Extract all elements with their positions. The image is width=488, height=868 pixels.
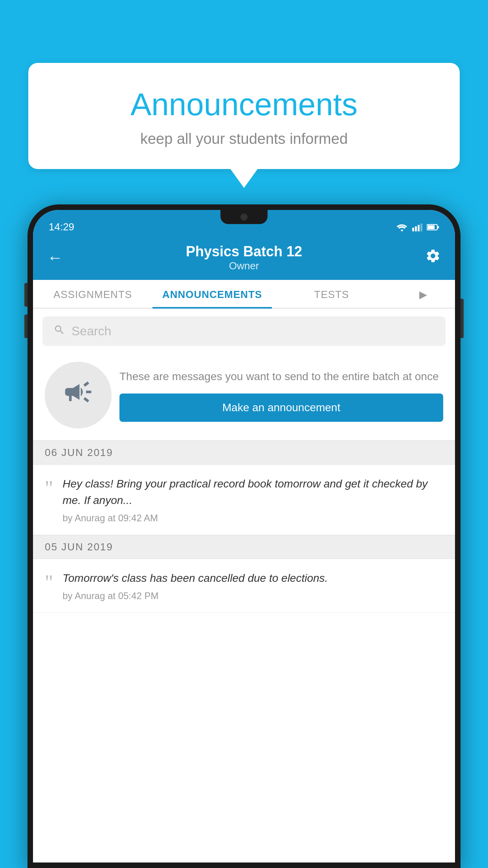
search-placeholder: Search [72, 324, 111, 338]
svg-rect-5 [427, 225, 435, 229]
settings-button[interactable] [425, 248, 441, 267]
tab-announcements[interactable]: ANNOUNCEMENTS [152, 280, 272, 308]
date-separator-1: 06 JUN 2019 [33, 441, 455, 465]
header-title-block: Physics Batch 12 Owner [186, 243, 302, 272]
date-separator-2: 05 JUN 2019 [33, 535, 455, 559]
announcement-content-1: Hey class! Bring your practical record b… [62, 476, 443, 524]
megaphone-icon [62, 376, 94, 414]
tab-bar: ASSIGNMENTS ANNOUNCEMENTS TESTS ▶ [33, 280, 455, 309]
make-announcement-button[interactable]: Make an announcement [119, 394, 443, 422]
svg-rect-1 [415, 226, 417, 231]
announcement-text-2: Tomorrow's class has been cancelled due … [62, 570, 443, 587]
svg-rect-2 [418, 225, 420, 231]
announcement-item-2[interactable]: " Tomorrow's class has been cancelled du… [33, 559, 455, 613]
phone-screen: 14:29 [33, 210, 455, 862]
search-icon [53, 324, 65, 339]
quote-icon-2: " [45, 572, 53, 593]
bubble-subtitle: keep all your students informed [48, 131, 440, 147]
header-subtitle: Owner [186, 260, 302, 272]
tab-assignments[interactable]: ASSIGNMENTS [33, 280, 152, 308]
header-title: Physics Batch 12 [186, 243, 302, 260]
gear-icon [425, 248, 441, 264]
app-header: ← Physics Batch 12 Owner [33, 237, 455, 280]
power-button [460, 299, 464, 338]
bubble-title: Announcements [48, 86, 440, 123]
content-area: Search These are messages you want to se… [33, 309, 455, 862]
promo-icon-circle [45, 362, 112, 428]
announcement-meta-1: by Anurag at 09:42 AM [62, 513, 443, 524]
battery-icon [427, 223, 439, 231]
quote-icon-1: " [45, 478, 53, 498]
svg-rect-6 [438, 226, 439, 228]
svg-rect-3 [420, 223, 422, 231]
status-time: 14:29 [49, 221, 74, 233]
status-icons [396, 223, 439, 232]
search-bar[interactable]: Search [42, 316, 446, 346]
promo-right: These are messages you want to send to t… [119, 368, 443, 422]
camera-dot [240, 213, 248, 221]
signal-icon [412, 223, 423, 232]
announcement-item-1[interactable]: " Hey class! Bring your practical record… [33, 465, 455, 535]
phone-notch [220, 210, 268, 224]
announcement-text-1: Hey class! Bring your practical record b… [62, 476, 443, 509]
svg-rect-0 [412, 228, 414, 231]
speech-bubble-section: Announcements keep all your students inf… [28, 63, 460, 169]
speech-bubble: Announcements keep all your students inf… [28, 63, 460, 169]
tab-more[interactable]: ▶ [391, 280, 455, 308]
promo-description: These are messages you want to send to t… [119, 368, 443, 385]
tab-tests[interactable]: TESTS [272, 280, 391, 308]
volume-down-button [24, 314, 28, 338]
announcement-meta-2: by Anurag at 05:42 PM [62, 590, 443, 601]
phone-frame: 14:29 [28, 204, 460, 868]
volume-up-button [24, 283, 28, 307]
wifi-icon [396, 223, 408, 232]
back-button[interactable]: ← [47, 249, 63, 267]
announcement-content-2: Tomorrow's class has been cancelled due … [62, 570, 443, 601]
promo-section: These are messages you want to send to t… [33, 354, 455, 441]
